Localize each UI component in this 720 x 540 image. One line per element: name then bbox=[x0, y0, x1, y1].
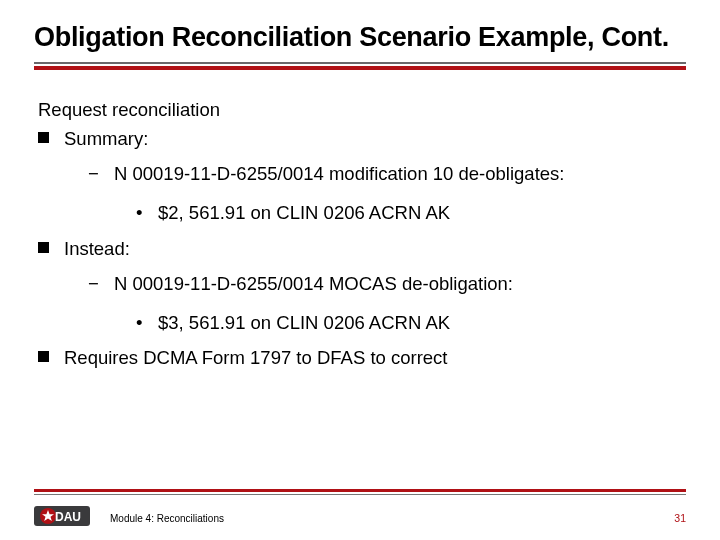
body-summary-detail-text: $2, 561.91 on CLIN 0206 ACRN AK bbox=[158, 202, 450, 223]
slide-title: Obligation Reconciliation Scenario Examp… bbox=[34, 22, 669, 53]
footer-rule bbox=[34, 489, 686, 492]
bullet-dot-icon: • bbox=[136, 311, 142, 334]
body-summary-sub: − N 00019-11-D-6255/0014 modification 10… bbox=[38, 162, 678, 185]
body-request: Request reconciliation bbox=[38, 98, 678, 121]
dau-logo-icon: DAU bbox=[34, 502, 90, 530]
body-instead-label: Instead: bbox=[38, 237, 678, 260]
title-rule-top bbox=[34, 62, 686, 64]
footer-module: Module 4: Reconciliations bbox=[110, 513, 224, 524]
body-summary-sub-text: N 00019-11-D-6255/0014 modification 10 d… bbox=[114, 163, 564, 184]
body-requires: Requires DCMA Form 1797 to DFAS to corre… bbox=[38, 346, 678, 369]
bullet-dot-icon: • bbox=[136, 201, 142, 224]
page-number: 31 bbox=[674, 512, 686, 524]
body-instead-detail-text: $3, 561.91 on CLIN 0206 ACRN AK bbox=[158, 312, 450, 333]
body-instead-sub: − N 00019-11-D-6255/0014 MOCAS de-obliga… bbox=[38, 272, 678, 295]
body-summary-label: Summary: bbox=[38, 127, 678, 150]
body-instead-sub-text: N 00019-11-D-6255/0014 MOCAS de-obligati… bbox=[114, 273, 513, 294]
logo-text: DAU bbox=[55, 510, 81, 524]
slide: Obligation Reconciliation Scenario Examp… bbox=[0, 0, 720, 540]
dash-icon: − bbox=[88, 162, 99, 185]
title-rule-bot bbox=[34, 66, 686, 70]
body-summary-detail: • $2, 561.91 on CLIN 0206 ACRN AK bbox=[38, 201, 678, 224]
body-instead-detail: • $3, 561.91 on CLIN 0206 ACRN AK bbox=[38, 311, 678, 334]
slide-body: Request reconciliation Summary: − N 0001… bbox=[38, 98, 678, 375]
footer-rule-thin bbox=[34, 494, 686, 495]
dash-icon: − bbox=[88, 272, 99, 295]
